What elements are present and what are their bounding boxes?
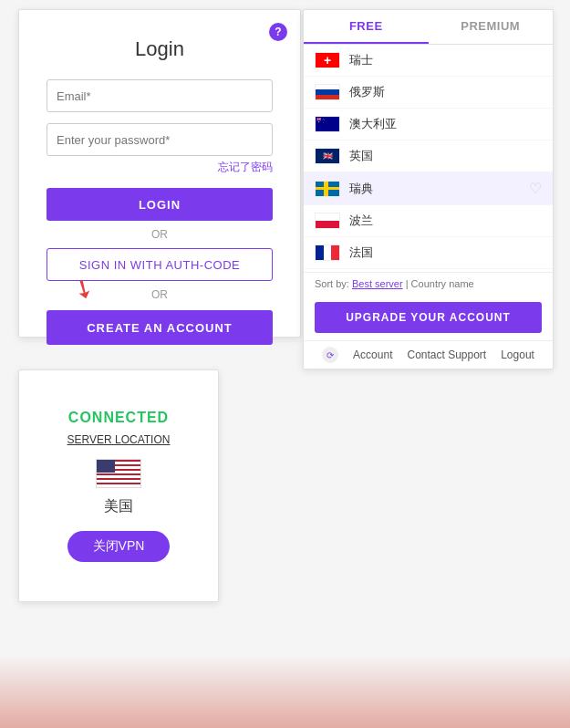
flag-ch <box>315 52 340 68</box>
login-title: Login <box>47 37 273 61</box>
close-vpn-button[interactable]: 关闭VPN <box>67 531 171 562</box>
forgot-password-link[interactable]: 忘记了密码 <box>47 160 273 175</box>
upgrade-account-button[interactable]: UPGRADE YOUR ACCOUNT <box>315 302 542 333</box>
us-flag <box>96 459 141 488</box>
vpn-panel: CONNECTED SERVER LOCATION 美国 关闭VPN <box>18 369 219 602</box>
tab-premium[interactable]: PREMIUM <box>429 10 554 44</box>
password-field[interactable] <box>47 123 273 156</box>
account-link[interactable]: Account <box>353 348 392 361</box>
flag-fr <box>315 244 340 261</box>
server-item-gb[interactable]: 🇬🇧 英国 <box>304 140 553 172</box>
server-item-pl[interactable]: 波兰 <box>304 205 553 237</box>
server-item-se[interactable]: 瑞典 ♡ <box>304 172 553 205</box>
server-name-pl: 波兰 <box>349 213 542 229</box>
connected-status: CONNECTED <box>68 410 169 426</box>
server-location-label: SERVER LOCATION <box>67 433 171 446</box>
server-name-fr: 法国 <box>349 244 542 261</box>
heart-icon[interactable]: ♡ <box>529 180 542 197</box>
deco-bottom <box>0 655 570 728</box>
server-item-ru[interactable]: 俄罗斯 <box>304 77 553 109</box>
or-divider-1: OR <box>47 228 273 241</box>
login-button[interactable]: LOGIN <box>47 188 273 221</box>
server-item-fr[interactable]: 法国 <box>304 237 553 269</box>
flag-gb: 🇬🇧 <box>315 148 340 164</box>
server-name-au: 澳大利亚 <box>349 116 542 132</box>
country-name: 美国 <box>104 497 133 516</box>
account-icon: ⟳ <box>322 347 338 363</box>
server-name-ru: 俄罗斯 <box>349 84 542 100</box>
email-field[interactable] <box>47 79 273 112</box>
logout-link[interactable]: Logout <box>501 348 534 361</box>
flag-se <box>315 181 340 197</box>
flag-ru <box>315 84 340 100</box>
create-account-button[interactable]: CREATE AN ACCOUNT <box>47 310 273 345</box>
server-name-gb: 英国 <box>349 148 542 164</box>
sort-divider: | <box>406 278 409 289</box>
sort-country-name[interactable]: Country name <box>411 278 474 289</box>
flag-pl <box>315 213 340 229</box>
help-icon[interactable]: ? <box>269 23 287 41</box>
sort-best-server[interactable]: Best server <box>352 278 403 289</box>
server-name-se: 瑞典 <box>349 181 529 197</box>
server-panel: FREE PREMIUM 瑞士 俄罗斯 🇦🇺 澳大利亚 <box>303 9 554 369</box>
server-list: 瑞士 俄罗斯 🇦🇺 澳大利亚 🇬🇧 英国 <box>304 45 553 272</box>
arrow-container: ➘ <box>73 274 94 304</box>
tabs: FREE PREMIUM <box>304 10 553 45</box>
sort-bar: Sort by: Best server | Country name <box>304 272 553 295</box>
sort-label: Sort by: <box>315 278 349 289</box>
contact-support-link[interactable]: Contact Support <box>407 348 486 361</box>
footer-links: ⟳ Account Contact Support Logout <box>304 340 553 369</box>
server-item-au[interactable]: 🇦🇺 澳大利亚 <box>304 109 553 140</box>
flag-au: 🇦🇺 <box>315 116 340 132</box>
server-name-ch: 瑞士 <box>349 52 542 68</box>
login-panel: ? Login 忘记了密码 LOGIN OR SIGN IN WITH AUTH… <box>18 9 301 338</box>
server-item-ch[interactable]: 瑞士 <box>304 45 553 77</box>
tab-free[interactable]: FREE <box>304 10 429 44</box>
